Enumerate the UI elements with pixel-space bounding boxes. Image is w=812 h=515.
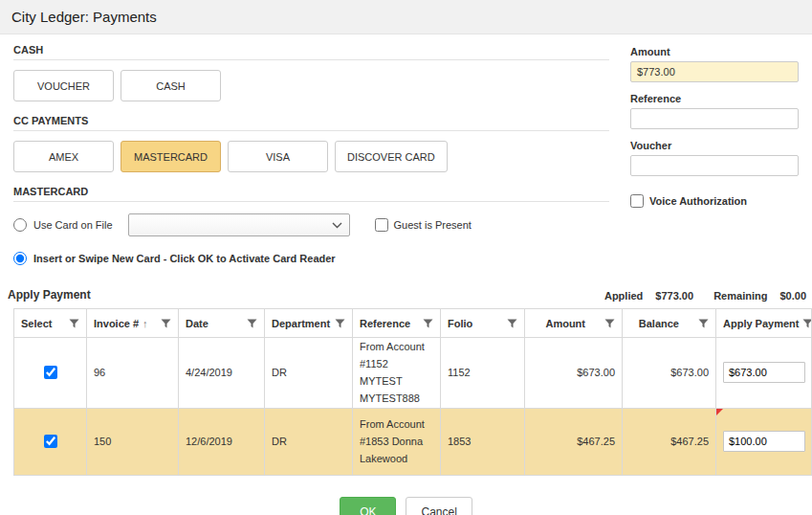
payment-totals: Applied $773.00 Remaining $0.00: [587, 290, 806, 302]
divider: [13, 130, 609, 131]
apply-payment-bar: Apply Payment Applied $773.00 Remaining …: [0, 280, 812, 308]
footer-actions: OK Cancel: [0, 497, 812, 515]
amount-label: Amount: [630, 46, 799, 57]
guest-is-present-checkbox-row[interactable]: Guest is Present: [375, 218, 472, 232]
column-header-select: Select: [21, 318, 52, 329]
balance-cell: $673.00: [623, 338, 716, 409]
column-header-folio: Folio: [448, 318, 472, 329]
cash-section-label: CASH: [13, 44, 609, 56]
amex-button[interactable]: AMEX: [13, 141, 114, 172]
date-cell: 12/6/2019: [179, 408, 265, 475]
column-header-apply-payment: Apply Payment: [723, 318, 799, 329]
voice-authorization-row[interactable]: Voice Authorization: [630, 194, 799, 208]
filter-icon[interactable]: [69, 319, 79, 328]
insert-swipe-radio[interactable]: [13, 252, 27, 265]
ok-button[interactable]: OK: [340, 497, 396, 515]
divider: [13, 59, 609, 60]
modified-cell-marker-icon: [716, 409, 723, 415]
insert-swipe-row: Insert or Swipe New Card - Click OK to A…: [13, 252, 609, 265]
cash-button[interactable]: CASH: [121, 70, 221, 101]
folio-cell: 1853: [441, 408, 525, 475]
apply-payment-input[interactable]: [723, 431, 805, 452]
card-on-file-row: Use Card on File Guest is Present: [13, 213, 609, 236]
use-card-on-file-label: Use Card on File: [33, 219, 113, 231]
invoice-cell: 150: [87, 408, 179, 475]
voucher-input[interactable]: [630, 155, 799, 176]
filter-icon[interactable]: [802, 319, 811, 328]
apply-payment-input[interactable]: [723, 362, 805, 383]
filter-icon[interactable]: [698, 319, 709, 328]
cancel-button[interactable]: Cancel: [406, 497, 472, 515]
filter-icon[interactable]: [507, 319, 517, 328]
voucher-button[interactable]: VOUCHER: [13, 70, 114, 101]
department-cell: DR: [265, 408, 353, 475]
mastercard-button[interactable]: MASTERCARD: [121, 141, 221, 172]
table-header-row: Select Invoice #↑ Date Department Refere…: [14, 309, 812, 338]
use-card-on-file-radio[interactable]: [13, 218, 27, 232]
row-select-checkbox[interactable]: [44, 435, 57, 448]
reference-input[interactable]: [630, 108, 799, 129]
payment-details-panel: Amount Reference Voucher Voice Authoriza…: [630, 44, 799, 280]
balance-cell: $467.25: [623, 408, 716, 475]
amount-cell: $673.00: [525, 338, 623, 409]
date-cell: 4/24/2019: [179, 338, 265, 409]
title-bar: City Ledger: Payments: [0, 0, 812, 34]
voice-authorization-checkbox[interactable]: [630, 194, 644, 208]
guest-is-present-checkbox[interactable]: [375, 218, 388, 232]
remaining-value: $0.00: [779, 290, 806, 302]
filter-icon[interactable]: [604, 319, 615, 328]
voucher-label: Voucher: [630, 140, 799, 151]
column-header-invoice: Invoice #: [94, 318, 139, 329]
remaining-label: Remaining: [713, 290, 767, 302]
column-header-balance: Balance: [639, 318, 679, 329]
cash-buttons-row: VOUCHER CASH: [13, 70, 609, 101]
discover-card-button[interactable]: DISCOVER CARD: [335, 141, 448, 172]
amount-input[interactable]: [630, 61, 799, 82]
table-row-selected[interactable]: 150 12/6/2019 DR From Account #1853 Donn…: [14, 408, 812, 475]
main-content: CASH VOUCHER CASH CC PAYMENTS AMEX MASTE…: [0, 34, 812, 280]
voice-authorization-label: Voice Authorization: [649, 195, 747, 207]
chevron-down-icon: [332, 222, 342, 229]
payment-methods-panel: CASH VOUCHER CASH CC PAYMENTS AMEX MASTE…: [13, 44, 609, 280]
sort-ascending-icon[interactable]: ↑: [143, 318, 148, 329]
cc-payments-section-label: CC PAYMENTS: [13, 115, 609, 126]
column-header-reference: Reference: [360, 318, 410, 329]
row-select-checkbox[interactable]: [44, 366, 57, 379]
applied-value: $773.00: [655, 290, 693, 302]
folio-cell: 1152: [441, 338, 525, 409]
reference-cell: From Account #1853 Donna Lakewood: [353, 408, 441, 475]
apply-payment-title: Apply Payment: [8, 288, 91, 302]
card-on-file-dropdown[interactable]: [128, 213, 350, 236]
invoices-table: Select Invoice #↑ Date Department Refere…: [13, 308, 812, 476]
reference-label: Reference: [630, 93, 799, 104]
filter-icon[interactable]: [423, 319, 433, 328]
reference-cell: From Account #1152 MYTEST MYTEST888: [353, 338, 441, 409]
guest-is-present-label: Guest is Present: [394, 219, 472, 231]
divider: [13, 201, 609, 202]
column-header-amount: Amount: [545, 318, 585, 329]
filter-icon[interactable]: [335, 319, 345, 328]
applied-label: Applied: [604, 290, 643, 302]
amount-cell: $467.25: [525, 408, 623, 475]
visa-button[interactable]: VISA: [228, 141, 328, 172]
mastercard-section-label: MASTERCARD: [13, 186, 609, 197]
invoice-cell: 96: [87, 338, 179, 409]
column-header-department: Department: [272, 318, 330, 329]
column-header-date: Date: [186, 318, 208, 329]
filter-icon[interactable]: [161, 319, 171, 328]
filter-icon[interactable]: [247, 319, 257, 328]
cc-buttons-row: AMEX MASTERCARD VISA DISCOVER CARD: [13, 141, 609, 172]
department-cell: DR: [265, 338, 353, 409]
table-row[interactable]: 96 4/24/2019 DR From Account #1152 MYTES…: [14, 338, 812, 409]
insert-swipe-label: Insert or Swipe New Card - Click OK to A…: [33, 253, 336, 264]
page-title: City Ledger: Payments: [11, 9, 157, 25]
